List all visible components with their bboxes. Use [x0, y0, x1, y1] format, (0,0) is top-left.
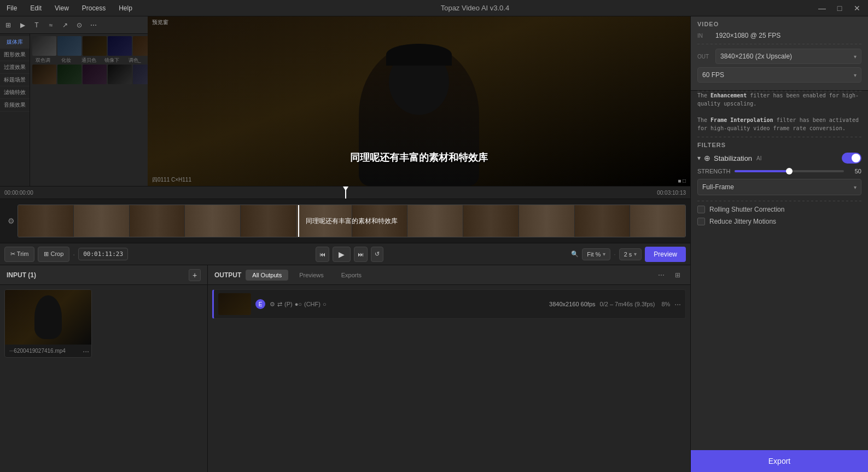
- ctrl-sep: ·: [614, 250, 615, 258]
- preview-button[interactable]: Preview: [645, 247, 686, 262]
- stabilization-expand-icon[interactable]: ▾: [697, 154, 701, 162]
- menu-view[interactable]: View: [53, 3, 71, 13]
- trim-button[interactable]: ✂ Trim: [4, 247, 34, 262]
- left-tab-graphics[interactable]: 图形效果: [0, 49, 30, 61]
- play-button[interactable]: ▶: [333, 247, 351, 262]
- window-controls: — □ ✕: [815, 2, 864, 15]
- output-tab-all[interactable]: All Outputs: [246, 270, 288, 281]
- playhead-indicator[interactable]: [345, 187, 346, 199]
- toolbar-icon-arrow[interactable]: ↗: [59, 19, 71, 31]
- toolbar-icon-grid[interactable]: ⊞: [2, 19, 14, 31]
- strength-slider[interactable]: [735, 170, 844, 172]
- output-icon-settings: ⚙: [270, 301, 275, 308]
- strength-thumb[interactable]: [786, 168, 793, 174]
- left-tab-transition[interactable]: 过渡效果: [0, 61, 30, 74]
- stabilization-header: ▾ ⊕ Stabilization AI: [697, 153, 861, 164]
- timeline-options-icon[interactable]: ⚙: [8, 217, 15, 225]
- input-thumbnail[interactable]: ···6200419027416.mp4 ···: [4, 289, 92, 358]
- toolbar-icon-media[interactable]: ▶: [16, 19, 28, 31]
- titlebar: File Edit View Process Help Topaz Video …: [0, 0, 868, 16]
- output-badge: E: [255, 299, 265, 309]
- menu-process[interactable]: Process: [80, 3, 108, 13]
- rolling-shutter-checkbox[interactable]: [697, 206, 705, 213]
- close-button[interactable]: ✕: [850, 2, 864, 15]
- left-tab-filter[interactable]: 滤镜特效: [0, 86, 30, 99]
- maximize-button[interactable]: □: [833, 2, 846, 15]
- media-thumb[interactable]: [108, 65, 132, 84]
- stabilization-name: Stabilization: [714, 154, 752, 162]
- output-tab-previews[interactable]: Previews: [293, 270, 330, 281]
- strip-playhead[interactable]: [298, 205, 299, 237]
- fps-value: 60 FPS: [702, 71, 724, 79]
- menu-bar: File Edit View Process Help: [4, 3, 135, 13]
- media-thumb[interactable]: [133, 65, 148, 84]
- toolbar-icon-wave[interactable]: ≈: [45, 19, 57, 31]
- input-header: INPUT (1) +: [0, 265, 207, 285]
- video-out-select[interactable]: 3840×2160 (2x Upscale) ▾: [715, 49, 861, 64]
- duration-arrow-icon: ▾: [634, 251, 637, 257]
- toggle-knob: [852, 154, 860, 162]
- media-thumb[interactable]: [57, 65, 81, 84]
- left-panel-tabs: 媒体库 图形效果 过渡效果 标题场景 滤镜特效 音频效果: [0, 34, 30, 186]
- separator: ·: [73, 250, 75, 259]
- media-thumb[interactable]: [108, 36, 132, 56]
- preview-area: ⊞ ▶ T ≈ ↗ ⊙ ⋯ 媒体库 图形效果 过渡效果 标题场景 滤镜特效 音: [0, 16, 690, 186]
- output-expand-icon[interactable]: ⊞: [672, 269, 684, 281]
- input-person-silhouette: [34, 295, 62, 339]
- output-tab-exports[interactable]: Exports: [335, 270, 368, 281]
- strip-frame: [130, 205, 185, 237]
- export-button[interactable]: Export: [691, 450, 868, 472]
- media-thumb[interactable]: [133, 36, 148, 56]
- input-more-button[interactable]: ···: [83, 347, 89, 356]
- stabilization-toggle[interactable]: [842, 153, 861, 164]
- toolbar-icon-more[interactable]: ⋯: [88, 19, 100, 31]
- input-preview-image: [5, 290, 91, 345]
- media-thumb[interactable]: [57, 36, 81, 56]
- media-labels-row: 双色调 化妆 通贝色 镜像下 调色_: [32, 57, 145, 64]
- video-preview: 同理呢还有丰富的素材和特效库 预览窗 四0111 C×H111 ■ □: [148, 16, 690, 186]
- output-more-button[interactable]: ···: [674, 300, 681, 308]
- menu-help[interactable]: Help: [116, 3, 135, 13]
- strength-row: STRENGTH 50: [697, 168, 861, 174]
- frame-mode-select[interactable]: Full-Frame ▾: [697, 179, 861, 195]
- left-panel: ⊞ ▶ T ≈ ↗ ⊙ ⋯ 媒体库 图形效果 过渡效果 标题场景 滤镜特效 音: [0, 16, 148, 186]
- left-tab-audio[interactable]: 音频效果: [0, 99, 30, 112]
- video-out-label: OUT: [697, 54, 711, 60]
- menu-file[interactable]: File: [4, 3, 19, 13]
- output-settings-icon[interactable]: ⋯: [655, 269, 667, 281]
- toolbar-icon-camera[interactable]: ⊙: [73, 19, 85, 31]
- video-out-value: 3840×2160 (2x Upscale): [720, 53, 792, 60]
- toolbar-icon-text[interactable]: T: [31, 19, 43, 31]
- media-thumb[interactable]: [32, 65, 56, 84]
- media-row-2: [32, 65, 145, 84]
- output-thumbnail[interactable]: [218, 293, 251, 315]
- loop-button[interactable]: ↺: [371, 247, 383, 262]
- media-thumb[interactable]: [83, 65, 107, 84]
- fps-select[interactable]: 60 FPS ▾: [697, 67, 861, 83]
- media-label: 镜像下: [101, 57, 123, 64]
- reduce-jittery-row: Reduce Jittery Motions: [697, 218, 861, 225]
- minimize-button[interactable]: —: [815, 2, 829, 15]
- time-display[interactable]: 00:01:11:23: [78, 248, 128, 260]
- left-tab-title[interactable]: 标题场景: [0, 74, 30, 86]
- output-icon-p: (P): [284, 301, 293, 307]
- preview-info-left: 四0111 C×H111: [152, 176, 191, 184]
- output-progress: 0/2 – 7m46s (9.3fps): [600, 301, 655, 307]
- crop-button[interactable]: ⊞ Crop: [38, 247, 69, 262]
- media-thumb[interactable]: [32, 36, 56, 56]
- menu-edit[interactable]: Edit: [28, 3, 44, 13]
- step-forward-button[interactable]: ⏭: [354, 247, 368, 262]
- reduce-jittery-checkbox[interactable]: [697, 218, 705, 225]
- strip-container[interactable]: 同理呢还有丰富的素材和特效库: [18, 205, 686, 237]
- media-thumb[interactable]: [83, 36, 107, 56]
- duration-control[interactable]: 2 s ▾: [619, 248, 642, 260]
- left-tab-media[interactable]: 媒体库: [0, 36, 30, 49]
- app-title: Topaz Video AI v3.0.4: [135, 4, 815, 12]
- step-back-button[interactable]: ⏮: [316, 247, 329, 262]
- input-title: INPUT (1): [7, 271, 36, 279]
- add-input-button[interactable]: +: [189, 269, 201, 281]
- right-panel: VIDEO IN 1920×1080 @ 25 FPS OUT 3840×216…: [690, 16, 868, 472]
- info-text: The Enhancement filter has been enabled …: [691, 91, 868, 137]
- center-area: ⊞ ▶ T ≈ ↗ ⊙ ⋯ 媒体库 图形效果 过渡效果 标题场景 滤镜特效 音: [0, 16, 690, 472]
- zoom-control[interactable]: Fit % ▾: [582, 248, 610, 260]
